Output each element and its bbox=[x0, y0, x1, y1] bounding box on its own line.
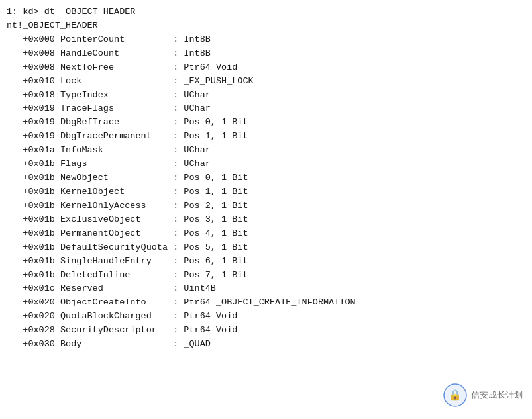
terminal-line-9: +0x019 DbgRefTrace : Pos 0, 1 Bit bbox=[7, 116, 525, 130]
terminal-line-21: +0x01c Reserved : Uint4B bbox=[7, 282, 525, 296]
terminal-line-8: +0x019 TraceFlags : UChar bbox=[7, 102, 525, 116]
terminal-line-19: +0x01b SingleHandleEntry : Pos 6, 1 Bit bbox=[7, 255, 525, 269]
watermark: 🔒 信安成长计划 bbox=[443, 383, 523, 407]
svg-text:🔒: 🔒 bbox=[449, 389, 462, 401]
terminal-line-4: +0x008 HandleCount : Int8B bbox=[7, 47, 525, 61]
watermark-icon: 🔒 bbox=[443, 383, 467, 407]
terminal-line-20: +0x01b DeletedInline : Pos 7, 1 Bit bbox=[7, 269, 525, 283]
terminal-line-2: nt!_OBJECT_HEADER bbox=[7, 19, 525, 33]
terminal-line-1: 1: kd> dt _OBJECT_HEADER bbox=[7, 5, 525, 19]
terminal-line-15: +0x01b KernelOnlyAccess : Pos 2, 1 Bit bbox=[7, 199, 525, 213]
terminal-line-12: +0x01b Flags : UChar bbox=[7, 158, 525, 171]
code-output: 1: kd> dt _OBJECT_HEADERnt!_OBJECT_HEADE… bbox=[7, 5, 525, 351]
terminal-line-11: +0x01a InfoMask : UChar bbox=[7, 144, 525, 158]
terminal-line-13: +0x01b NewObject : Pos 0, 1 Bit bbox=[7, 171, 525, 185]
terminal-line-24: +0x028 SecurityDescriptor : Ptr64 Void bbox=[7, 324, 525, 338]
terminal-line-18: +0x01b DefaultSecurityQuota : Pos 5, 1 B… bbox=[7, 241, 525, 255]
terminal-line-5: +0x008 NextToFree : Ptr64 Void bbox=[7, 61, 525, 75]
terminal-line-6: +0x010 Lock : _EX_PUSH_LOCK bbox=[7, 75, 525, 89]
terminal-line-25: +0x030 Body : _QUAD bbox=[7, 338, 525, 351]
terminal-line-22: +0x020 ObjectCreateInfo : Ptr64 _OBJECT_… bbox=[7, 296, 525, 310]
terminal-line-23: +0x020 QuotaBlockCharged : Ptr64 Void bbox=[7, 310, 525, 324]
terminal-line-17: +0x01b PermanentObject : Pos 4, 1 Bit bbox=[7, 227, 525, 241]
terminal-line-16: +0x01b ExclusiveObject : Pos 3, 1 Bit bbox=[7, 213, 525, 227]
watermark-text: 信安成长计划 bbox=[471, 389, 523, 401]
terminal-line-3: +0x000 PointerCount : Int8B bbox=[7, 33, 525, 47]
terminal-line-14: +0x01b KernelObject : Pos 1, 1 Bit bbox=[7, 185, 525, 199]
terminal-window: 1: kd> dt _OBJECT_HEADERnt!_OBJECT_HEADE… bbox=[0, 0, 532, 419]
terminal-line-10: +0x019 DbgTracePermanent : Pos 1, 1 Bit bbox=[7, 130, 525, 144]
terminal-line-7: +0x018 TypeIndex : UChar bbox=[7, 89, 525, 103]
